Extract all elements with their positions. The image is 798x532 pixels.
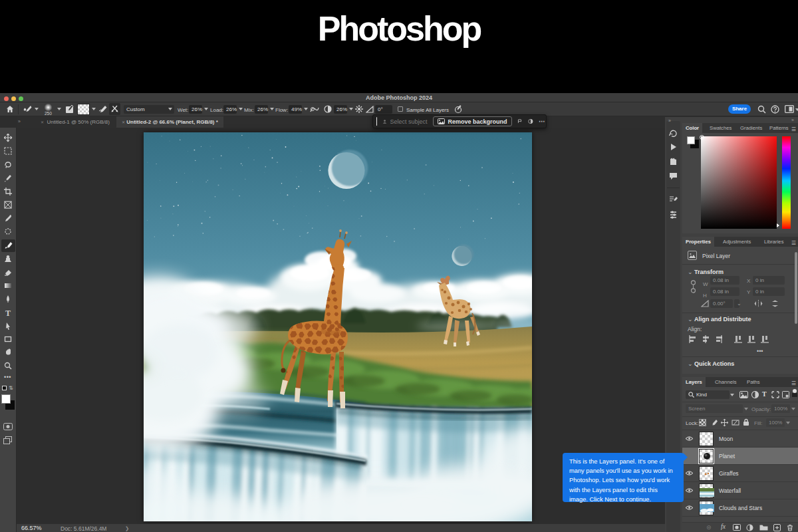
svg-text:T: T	[5, 309, 11, 317]
